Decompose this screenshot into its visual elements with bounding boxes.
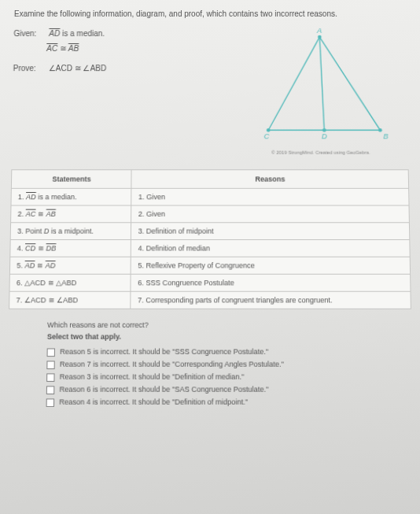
diagram-attribution: © 2019 StrongMind. Created using GeoGebr… (233, 150, 408, 155)
instruction-text: Examine the following information, diagr… (14, 9, 406, 18)
prove-text: ∠ACD ≅ ∠ABD (49, 64, 107, 72)
svg-text:A: A (316, 27, 322, 35)
svg-text:C: C (264, 133, 270, 141)
option-label: Reason 7 is incorrect. It should be "Cor… (60, 360, 284, 368)
checkbox-icon[interactable] (46, 398, 55, 407)
prove-label: Prove: (13, 61, 46, 76)
svg-text:D: D (322, 133, 327, 141)
given1-seg: AD (49, 29, 60, 38)
table-row: 2. AC ≅ AB 2. Given (11, 205, 410, 223)
question-sub: Select two that apply. (47, 332, 412, 341)
option-label: Reason 3 is incorrect. It should be "Def… (60, 372, 245, 381)
given1-text: is a median. (60, 29, 105, 38)
answer-option[interactable]: Reason 3 is incorrect. It should be "Def… (46, 372, 413, 382)
option-label: Reason 4 is incorrect. It should be "Def… (59, 398, 248, 406)
svg-line-3 (319, 37, 324, 130)
table-row: 6. △ACD ≅ △ABD 6. SSS Congruence Postula… (9, 274, 411, 291)
table-row: 5. AD ≅ AD 5. Reflexive Property of Cong… (9, 257, 410, 274)
svg-line-2 (319, 37, 380, 130)
svg-point-4 (318, 35, 322, 39)
svg-point-5 (267, 128, 271, 132)
col-statements: Statements (11, 170, 131, 189)
table-row: 3. Point D is a midpoint. 3. Definition … (10, 223, 410, 240)
checkbox-icon[interactable] (47, 349, 55, 357)
svg-point-6 (322, 128, 326, 132)
svg-line-1 (268, 37, 321, 130)
answer-option[interactable]: Reason 4 is incorrect. It should be "Def… (46, 398, 414, 407)
table-row: 4. CD ≅ DB 4. Definition of median (10, 240, 410, 257)
question-prompt: Which reasons are not correct? (47, 321, 411, 330)
checkbox-icon[interactable] (46, 373, 54, 382)
col-reasons: Reasons (131, 170, 408, 189)
svg-point-7 (378, 128, 382, 132)
given2-a: AC (46, 44, 57, 53)
option-label: Reason 6 is incorrect. It should be "SAS… (59, 385, 268, 394)
checkbox-icon[interactable] (46, 386, 55, 394)
option-label: Reason 5 is incorrect. It should be "SSS… (60, 347, 268, 356)
table-row: 1. AD is a median. 1. Given (11, 188, 409, 205)
answer-option[interactable]: Reason 7 is incorrect. It should be "Cor… (46, 360, 412, 369)
given2-b: AB (68, 44, 79, 53)
proof-table: Statements Reasons 1. AD is a median. 1.… (9, 169, 411, 309)
checkbox-icon[interactable] (46, 361, 54, 369)
given-prove-block: Given: AD is a median. AC ≅ AB Prove: ∠A… (12, 26, 221, 155)
triangle-diagram: A C D B (245, 26, 396, 146)
given2-sym: ≅ (57, 44, 68, 53)
answer-option[interactable]: Reason 5 is incorrect. It should be "SSS… (47, 347, 412, 357)
answer-option[interactable]: Reason 6 is incorrect. It should be "SAS… (46, 385, 413, 394)
svg-text:B: B (383, 133, 388, 141)
given-label: Given: (13, 26, 46, 41)
table-row: 7. ∠ACD ≅ ∠ABD 7. Corresponding parts of… (9, 291, 411, 309)
